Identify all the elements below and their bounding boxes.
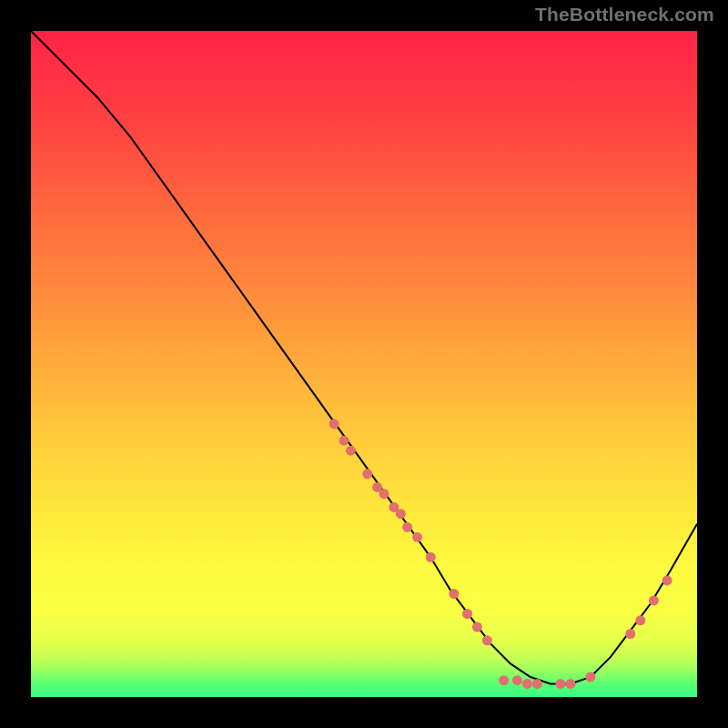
marker-dot [482,635,492,645]
chart-svg [31,31,697,697]
marker-dot [499,675,509,685]
marker-dot [426,552,436,562]
marker-dot [339,436,349,446]
marker-dot [565,679,575,689]
marker-dot [402,522,412,532]
marker-dot [379,489,389,499]
marker-dot [662,575,672,585]
plot-area [31,31,697,697]
marker-dot [555,679,565,689]
marker-dot [585,672,595,682]
marker-dot [649,595,659,605]
marker-dot [329,419,339,429]
marker-dot [635,615,645,625]
marker-dot [522,679,532,689]
marker-dot [362,469,372,479]
marker-dot [412,532,422,542]
marker-dot [396,509,406,519]
chart-canvas: TheBottleneck.com [0,0,728,728]
watermark-text: TheBottleneck.com [535,4,714,25]
marker-dot [512,675,522,685]
marker-dot [472,622,482,632]
marker-dot [532,679,542,689]
marker-dot [462,609,472,619]
marker-dot [449,589,459,599]
marker-dot [625,629,635,639]
marker-dot [346,446,356,456]
gradient-background [31,31,697,697]
